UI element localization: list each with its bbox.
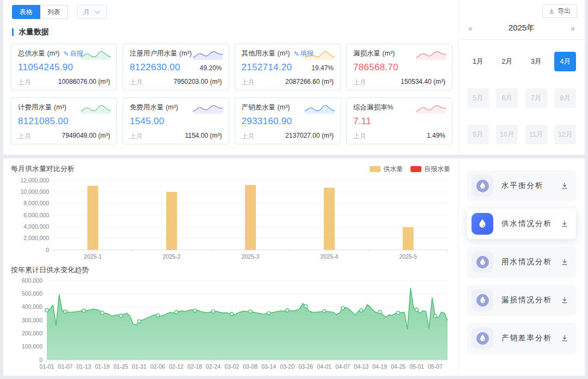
analysis-icon-box bbox=[471, 175, 493, 197]
panel-gap bbox=[3, 155, 585, 158]
download-icon[interactable] bbox=[561, 296, 568, 304]
svg-text:02-12: 02-12 bbox=[169, 363, 183, 370]
card-title: 其他用水量 (m³) bbox=[242, 49, 290, 58]
card-value: 2933160.90 bbox=[242, 116, 292, 127]
svg-text:04-13: 04-13 bbox=[354, 363, 369, 370]
download-icon[interactable] bbox=[561, 182, 568, 190]
month-cell: 9月 bbox=[467, 125, 489, 144]
analysis-item[interactable]: 产销差率分析 bbox=[467, 323, 576, 353]
granularity-value: 月 bbox=[83, 8, 90, 17]
download-icon[interactable] bbox=[561, 258, 568, 266]
analysis-icon-box bbox=[471, 251, 493, 273]
tab-list[interactable]: 列表 bbox=[40, 5, 68, 19]
export-row: 导出 bbox=[466, 4, 577, 18]
month-cell[interactable]: 2月 bbox=[496, 52, 518, 71]
water-drop-icon bbox=[475, 293, 490, 308]
svg-text:02-06: 02-06 bbox=[150, 363, 165, 370]
stat-card: 总供水量 (m³) ✎自报 11054245.90 上月 10086076.00… bbox=[11, 44, 117, 90]
monthly-supply-bar-chart: 02,000,0004,000,0006,000,0008,000,00010,… bbox=[10, 175, 456, 263]
month-grid: 1月2月3月4月5月6月7月8月9月10月11月12月 bbox=[466, 40, 577, 144]
view-switch: 表格 列表 bbox=[12, 5, 68, 19]
water-drop-icon bbox=[475, 179, 490, 193]
prev-month-label: 上月 bbox=[353, 78, 366, 87]
export-button[interactable]: 导出 bbox=[542, 4, 577, 18]
card-value: 786568.70 bbox=[353, 62, 399, 73]
prev-month-value: 2137027.00 (m³) bbox=[285, 132, 334, 141]
legend-item[interactable]: 自报水量 bbox=[411, 164, 450, 174]
sparkline-chart bbox=[80, 48, 112, 63]
analysis-label: 漏损情况分析 bbox=[501, 295, 561, 305]
card-value: 11054245.90 bbox=[18, 62, 73, 73]
area-chart-title: 按年累计日供水变化趋势 bbox=[11, 265, 89, 275]
download-icon[interactable] bbox=[561, 334, 568, 342]
svg-text:4,000,000: 4,000,000 bbox=[23, 223, 49, 230]
svg-text:03-14: 03-14 bbox=[261, 363, 276, 370]
sparkline-chart bbox=[415, 102, 447, 117]
analysis-icon-box bbox=[471, 327, 493, 349]
month-cell[interactable]: 1月 bbox=[467, 52, 489, 71]
bar-chart-title: 每月供水量对比分析 bbox=[11, 164, 75, 174]
month-cell: 8月 bbox=[554, 88, 576, 108]
analysis-item[interactable]: 用水情况分析 bbox=[467, 247, 576, 277]
svg-text:2025-3: 2025-3 bbox=[242, 253, 260, 260]
svg-text:04-19: 04-19 bbox=[372, 363, 387, 370]
sparkline-chart bbox=[415, 48, 447, 63]
sparkline-chart bbox=[304, 48, 335, 63]
analysis-item[interactable]: 供水情况分析 bbox=[467, 209, 576, 239]
card-title: 产销差水量 (m³) bbox=[242, 103, 290, 112]
svg-text:01-01: 01-01 bbox=[40, 363, 54, 370]
svg-text:01-07: 01-07 bbox=[58, 363, 73, 370]
granularity-select[interactable]: 月 bbox=[77, 5, 107, 19]
svg-text:05-01: 05-01 bbox=[409, 363, 424, 370]
calendar-year: 2025年 bbox=[509, 23, 535, 33]
bar-chart-header: 每月供水量对比分析 供水量自报水量 bbox=[10, 162, 458, 175]
analysis-item[interactable]: 漏损情况分析 bbox=[467, 285, 576, 315]
legend-item[interactable]: 供水量 bbox=[370, 164, 403, 174]
prev-month-label: 上月 bbox=[130, 78, 143, 87]
legend-swatch bbox=[411, 166, 421, 172]
next-year-button[interactable]: » bbox=[571, 24, 575, 33]
top-panel: 表格 列表 月 水量数据 总供水量 (m³) ✎自报 11054245.90 bbox=[3, 0, 585, 155]
stat-card: 其他用水量 (m³) ✎填报 2152714.20 19.47% 上月 2087… bbox=[235, 44, 341, 90]
svg-text:04-07: 04-07 bbox=[335, 363, 350, 370]
section-title-row: 水量数据 bbox=[3, 21, 458, 44]
svg-text:500,000: 500,000 bbox=[22, 290, 42, 297]
prev-month-label: 上月 bbox=[130, 132, 143, 141]
card-value: 7.11 bbox=[353, 116, 371, 127]
card-title: 计费用水量 (m³) bbox=[18, 103, 66, 112]
legend-label: 自报水量 bbox=[424, 164, 450, 174]
svg-text:6,000,000: 6,000,000 bbox=[23, 212, 49, 218]
svg-text:03-26: 03-26 bbox=[298, 363, 313, 370]
water-drop-icon bbox=[476, 218, 488, 230]
month-cell[interactable]: 3月 bbox=[525, 52, 547, 71]
card-percent: 49.20% bbox=[200, 64, 222, 72]
prev-month-value: 2087266.60 (m³) bbox=[285, 78, 334, 87]
page-title: 水量数据 bbox=[19, 27, 49, 37]
water-data-section: 表格 列表 月 水量数据 总供水量 (m³) ✎自报 11054245.90 bbox=[3, 0, 458, 155]
prev-month-label: 上月 bbox=[18, 132, 31, 141]
svg-text:02-18: 02-18 bbox=[187, 363, 202, 370]
svg-text:100,000: 100,000 bbox=[22, 343, 42, 350]
month-cell: 7月 bbox=[525, 88, 547, 108]
svg-text:0: 0 bbox=[39, 357, 42, 363]
svg-text:01-19: 01-19 bbox=[95, 363, 109, 370]
water-drop-icon bbox=[475, 255, 490, 270]
svg-text:12,000,000: 12,000,000 bbox=[20, 177, 49, 184]
legend-swatch bbox=[370, 166, 381, 172]
month-cell: 5月 bbox=[467, 88, 489, 108]
download-icon[interactable] bbox=[561, 220, 568, 228]
month-cell: 6月 bbox=[496, 88, 518, 108]
card-value: 8121085.00 bbox=[18, 116, 69, 127]
analysis-label: 水平衡分析 bbox=[501, 181, 561, 191]
svg-text:2025-4: 2025-4 bbox=[320, 253, 338, 260]
month-cell[interactable]: 4月 bbox=[554, 52, 576, 71]
card-title: 注册用户用水量 (m³) bbox=[130, 49, 192, 58]
svg-text:400,000: 400,000 bbox=[22, 303, 42, 310]
tab-table[interactable]: 表格 bbox=[12, 5, 40, 19]
analysis-item[interactable]: 水平衡分析 bbox=[467, 170, 576, 201]
month-cell: 12月 bbox=[554, 125, 576, 144]
charts-column: 每月供水量对比分析 供水量自报水量 02,000,0004,000,0006,0… bbox=[3, 158, 458, 376]
prev-month-label: 上月 bbox=[242, 78, 255, 87]
prev-year-button[interactable]: « bbox=[468, 24, 473, 33]
svg-text:2025-5: 2025-5 bbox=[399, 253, 417, 260]
